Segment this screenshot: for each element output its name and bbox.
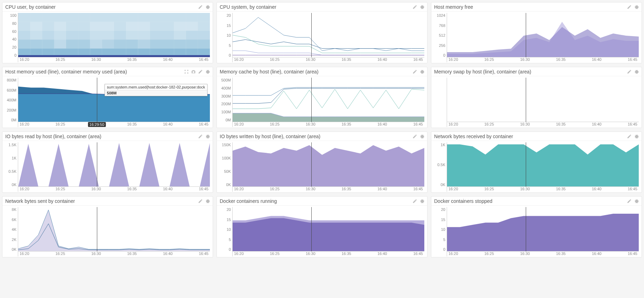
- chart-svg: [447, 207, 639, 251]
- y-tick: 15: [218, 24, 231, 28]
- gear-icon[interactable]: [205, 134, 210, 139]
- pencil-icon[interactable]: [412, 134, 417, 139]
- y-tick: 1K: [433, 143, 445, 147]
- svg-rect-39: [102, 31, 114, 40]
- time-cursor: [311, 13, 312, 57]
- svg-rect-37: [78, 31, 90, 40]
- panel-body: 2015105016:2016:2516:3016:3516:4016:45: [217, 12, 427, 63]
- pencil-icon[interactable]: [198, 5, 203, 9]
- svg-rect-35: [54, 31, 66, 40]
- y-axis: 8K6K4K2K0K: [4, 207, 18, 256]
- x-tick: 16:30: [520, 57, 530, 62]
- gear-icon[interactable]: [205, 199, 210, 204]
- svg-rect-75: [150, 13, 162, 22]
- gear-icon[interactable]: [634, 199, 639, 204]
- svg-rect-46: [186, 31, 198, 40]
- x-axis: 16:2016:2516:3016:3516:4016:45: [447, 57, 639, 62]
- pencil-icon[interactable]: [627, 5, 632, 9]
- svg-rect-65: [30, 13, 42, 22]
- x-tick: 16:20: [448, 122, 458, 127]
- y-tick: 0K: [4, 248, 16, 251]
- svg-rect-45: [174, 31, 186, 40]
- pencil-icon[interactable]: [412, 5, 417, 9]
- x-tick: 16:35: [127, 187, 137, 192]
- plot-area[interactable]: 16:2016:2516:3016:3516:4016:45: [18, 13, 210, 62]
- time-cursor: [97, 207, 97, 251]
- time-cursor-label: 16:29:50: [88, 122, 106, 127]
- svg-rect-62: [186, 22, 198, 30]
- svg-rect-79: [198, 13, 210, 22]
- panel-actions: [627, 134, 639, 139]
- y-tick: 500M: [218, 78, 231, 82]
- svg-rect-47: [198, 31, 210, 40]
- plot-area[interactable]: 16:2016:2516:3016:3516:4016:45: [232, 78, 424, 127]
- pencil-icon[interactable]: [627, 199, 632, 204]
- svg-rect-38: [90, 31, 102, 40]
- gear-icon[interactable]: [634, 69, 639, 74]
- panel-body: 2015105016:2016:2516:3016:3516:4016:45: [217, 206, 427, 257]
- x-tick: 16:25: [270, 251, 279, 256]
- pencil-icon[interactable]: [198, 69, 203, 74]
- panel-header: IO bytes read by host (line), container …: [2, 132, 213, 141]
- gear-icon[interactable]: [419, 134, 424, 139]
- plot-area[interactable]: 16:2016:2516:3016:3516:4016:45: [447, 142, 639, 192]
- pencil-icon[interactable]: [412, 199, 417, 204]
- y-tick: 1.5K: [4, 143, 16, 147]
- panel-actions: [198, 5, 210, 9]
- tooltip-value: 508M: [105, 90, 207, 96]
- gear-icon[interactable]: [634, 134, 639, 139]
- y-tick: 15: [433, 218, 445, 222]
- pencil-icon[interactable]: [627, 134, 632, 139]
- x-tick: 16:45: [628, 57, 637, 62]
- y-tick: 20: [218, 14, 231, 17]
- svg-rect-30: [186, 40, 198, 48]
- gear-icon[interactable]: [634, 5, 639, 9]
- camera-icon[interactable]: [191, 69, 196, 74]
- pencil-icon[interactable]: [198, 134, 203, 139]
- panel-containers-running: Docker containers running2015105016:2016…: [217, 196, 427, 257]
- y-tick: 0M: [4, 118, 16, 122]
- panel-header: CPU system, by container: [217, 2, 427, 12]
- y-tick: 400M: [4, 98, 16, 102]
- svg-rect-22: [90, 40, 102, 48]
- panel-actions: [184, 69, 210, 74]
- gear-icon[interactable]: [205, 5, 210, 9]
- gear-icon[interactable]: [205, 69, 210, 74]
- gear-icon[interactable]: [419, 5, 424, 9]
- panel-body: 500M400M300M200M100M0M16:2016:2516:3016:…: [217, 76, 427, 128]
- plot-area[interactable]: 16:2016:2516:3016:3516:4016:45: [232, 207, 424, 256]
- x-axis: 16:2016:2516:3016:3516:4016:45: [233, 187, 424, 192]
- plot-area[interactable]: 16:2016:2516:3016:3516:4016:45: [18, 207, 210, 256]
- gear-icon[interactable]: [419, 199, 424, 204]
- x-tick: 16:20: [20, 187, 29, 192]
- gear-icon[interactable]: [419, 69, 424, 74]
- chart-svg: [233, 207, 424, 251]
- y-axis: 20151050: [218, 13, 232, 62]
- pencil-icon[interactable]: [198, 199, 203, 204]
- panel-body: 1.5K1K0.5K0K16:2016:2516:3016:3516:4016:…: [2, 141, 213, 192]
- panel-actions: [627, 199, 639, 204]
- tooltip-metric: sum:system.mem.used{host:docker-182-02,p…: [105, 84, 207, 90]
- panel-net-tx: Network bytes sent by container8K6K4K2K0…: [2, 196, 213, 257]
- svg-rect-28: [162, 40, 174, 48]
- plot-area[interactable]: 16:2016:2516:3016:3516:4016:45: [232, 142, 424, 192]
- x-tick: 16:35: [556, 57, 566, 62]
- panel-containers-stopped: Docker containers stopped2015105016:2016…: [431, 196, 642, 257]
- pencil-icon[interactable]: [627, 69, 632, 74]
- svg-rect-18: [42, 40, 54, 48]
- x-tick: 16:45: [628, 251, 637, 256]
- svg-rect-61: [174, 22, 186, 30]
- panel-body: 1K0.5K0K16:2016:2516:3016:3516:4016:45: [431, 141, 642, 192]
- plot-area[interactable]: 16:2016:2516:3016:3516:4016:45: [447, 78, 639, 127]
- plot-area[interactable]: 16:2016:2516:3016:3516:4016:45: [232, 13, 424, 62]
- pencil-icon[interactable]: [412, 69, 417, 74]
- plot-area[interactable]: sum:system.mem.used{host:docker-182-02,p…: [18, 78, 210, 127]
- plot-area[interactable]: 16:2016:2516:3016:3516:4016:45: [18, 142, 210, 192]
- svg-rect-53: [78, 22, 90, 30]
- plot-area[interactable]: 16:2016:2516:3016:3516:4016:45: [447, 207, 639, 256]
- x-tick: 16:30: [306, 122, 316, 127]
- y-tick: 5: [433, 238, 445, 242]
- expand-icon[interactable]: [184, 69, 189, 74]
- plot-area[interactable]: 16:2016:2516:3016:3516:4016:45: [447, 13, 639, 62]
- y-tick: 0K: [4, 183, 16, 187]
